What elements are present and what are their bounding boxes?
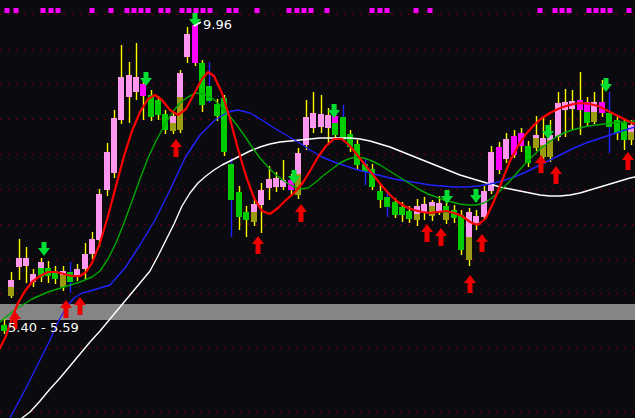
- signal-dash: [41, 8, 46, 13]
- candle-body: [533, 135, 539, 138]
- signal-dash: [194, 8, 199, 13]
- candle-body: [126, 75, 132, 97]
- candle-body: [104, 152, 110, 190]
- signal-dash: [125, 8, 130, 13]
- candle-body: [89, 239, 95, 254]
- candle-body: [466, 237, 472, 260]
- signal-dash: [414, 8, 419, 13]
- signal-dash: [255, 8, 260, 13]
- candle-body: [273, 178, 279, 187]
- signal-dash: [587, 8, 592, 13]
- sell-arrow-icon: [38, 242, 50, 256]
- signal-dash: [5, 8, 10, 13]
- candle-body: [458, 215, 464, 250]
- candle-body: [155, 100, 161, 115]
- candle-body: [436, 203, 442, 211]
- candle-body: [591, 112, 597, 122]
- candle-body: [38, 262, 44, 268]
- stock-chart-window: 9.96 5.40 - 5.59: [0, 0, 635, 418]
- candle-body: [377, 191, 383, 200]
- price-range-label: 5.40 - 5.59: [8, 321, 79, 335]
- buy-arrow-icon: [170, 139, 182, 157]
- candle-body: [318, 114, 324, 127]
- signal-dash: [370, 8, 375, 13]
- candle-body: [266, 179, 272, 188]
- price-band: [0, 304, 635, 320]
- candle-body: [133, 77, 139, 92]
- candle-body: [170, 123, 176, 131]
- candle-body: [251, 204, 257, 212]
- signal-dash: [180, 8, 185, 13]
- candle-body: [466, 212, 472, 237]
- signal-dash: [234, 8, 239, 13]
- sell-arrow-icon: [470, 189, 482, 203]
- signal-dash: [49, 8, 54, 13]
- signal-dash: [302, 8, 307, 13]
- buy-arrow-icon: [535, 155, 547, 173]
- candle-body: [23, 258, 29, 266]
- signal-dash: [553, 8, 558, 13]
- candle-body: [214, 104, 220, 116]
- candle-body: [384, 197, 390, 207]
- signal-dash: [627, 8, 632, 13]
- candle-body: [577, 100, 583, 110]
- signal-dash: [166, 8, 171, 13]
- signal-dash: [14, 8, 19, 13]
- buy-arrow-icon: [476, 234, 488, 252]
- candle-body: [16, 258, 22, 267]
- candle-body: [473, 216, 479, 223]
- high-price-label: 9.96: [203, 18, 232, 32]
- signal-dash: [295, 8, 300, 13]
- buy-arrow-icon: [435, 228, 447, 246]
- candle-body: [170, 116, 176, 123]
- candle-body: [140, 84, 146, 96]
- signal-dash: [378, 8, 383, 13]
- signal-dash: [594, 8, 599, 13]
- candle-body: [206, 86, 212, 101]
- signal-dash: [428, 8, 433, 13]
- candle-body: [503, 139, 509, 159]
- candle-body: [340, 117, 346, 140]
- signal-dash: [139, 8, 144, 13]
- candle-body: [8, 280, 14, 287]
- signal-dash: [132, 8, 137, 13]
- candle-body: [251, 212, 257, 222]
- candle-body: [533, 138, 539, 148]
- buy-arrow-icon: [421, 224, 433, 242]
- buy-arrow-icon: [252, 236, 264, 254]
- buy-arrow-icon: [295, 204, 307, 222]
- candle-body: [228, 164, 234, 200]
- candle-body: [443, 213, 449, 220]
- candle-body: [332, 123, 338, 135]
- candle-body: [303, 117, 309, 145]
- signal-dash: [560, 8, 565, 13]
- candle-body: [60, 275, 66, 287]
- candlestick-chart[interactable]: [0, 0, 635, 418]
- signal-dash: [208, 8, 213, 13]
- signal-dash: [385, 8, 390, 13]
- candle-body: [184, 34, 190, 57]
- signal-dash: [90, 8, 95, 13]
- ma-green: [0, 93, 635, 322]
- candle-body: [82, 254, 88, 269]
- signal-dash: [309, 8, 314, 13]
- signal-dash: [187, 8, 192, 13]
- candle-body: [429, 206, 435, 216]
- buy-arrow-icon: [464, 275, 476, 293]
- candle-body: [177, 73, 183, 97]
- candle-body: [540, 138, 546, 145]
- candle-body: [192, 25, 198, 63]
- candle-body: [111, 118, 117, 173]
- signal-dash: [567, 8, 572, 13]
- buy-arrow-icon: [550, 166, 562, 184]
- candle-body: [1, 325, 7, 331]
- signal-dash: [325, 8, 330, 13]
- signal-dash: [56, 8, 61, 13]
- candle-body: [332, 116, 338, 123]
- candle-body: [258, 190, 264, 205]
- signal-dash: [608, 8, 613, 13]
- signal-dash: [287, 8, 292, 13]
- candle-body: [406, 211, 412, 219]
- candle-body: [8, 287, 14, 296]
- sell-arrow-icon: [140, 72, 152, 86]
